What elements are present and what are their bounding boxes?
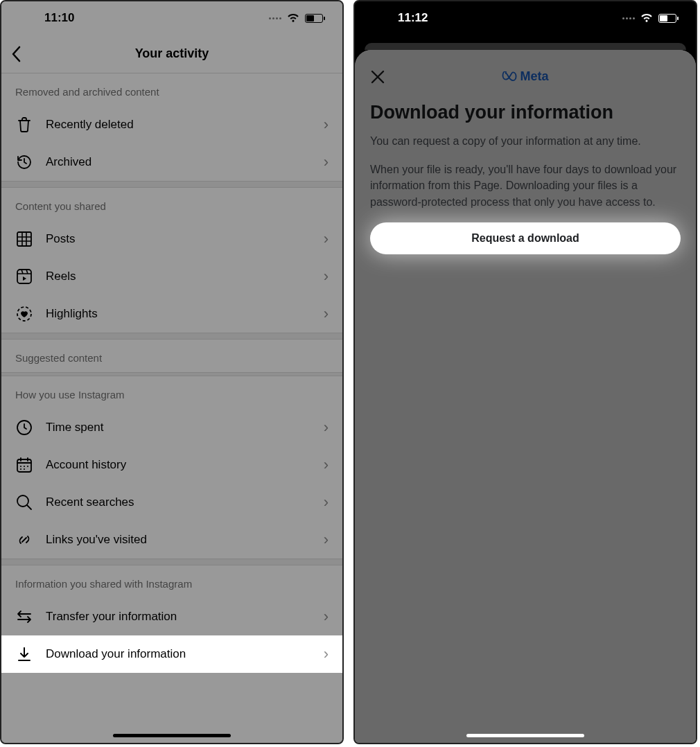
row-label: Download your information xyxy=(46,647,311,661)
download-icon xyxy=(15,645,33,663)
row-reels[interactable]: Reels › xyxy=(1,258,342,295)
svg-point-5 xyxy=(20,466,21,467)
wifi-icon xyxy=(640,13,653,23)
section-suggested-header: Suggested content xyxy=(1,340,342,372)
link-icon xyxy=(15,531,33,549)
svg-rect-1 xyxy=(17,270,31,283)
section-divider xyxy=(1,559,342,565)
home-indicator[interactable] xyxy=(113,734,231,737)
row-label: Highlights xyxy=(46,307,311,321)
svg-point-9 xyxy=(24,468,25,470)
svg-point-7 xyxy=(27,466,28,467)
section-content-shared-header: Content you shared xyxy=(1,188,342,220)
meta-infinity-icon xyxy=(502,71,517,82)
row-account-history[interactable]: Account history › xyxy=(1,446,342,484)
meta-logo-text: Meta xyxy=(520,69,548,84)
back-button[interactable] xyxy=(11,46,21,62)
section-how-use-header: How you use Instagram xyxy=(1,376,342,409)
wifi-icon xyxy=(287,13,299,23)
button-label: Request a download xyxy=(471,232,579,245)
screenshot-your-activity: 11:10 Your activity Removed and archived… xyxy=(0,0,344,744)
search-icon xyxy=(15,493,33,511)
sheet-paragraph-2: When your file is ready, you'll have fou… xyxy=(370,161,681,210)
section-divider xyxy=(1,333,342,340)
cellular-dots-icon xyxy=(269,17,281,19)
page-title: Your activity xyxy=(135,46,209,61)
status-right xyxy=(622,13,676,23)
status-right xyxy=(269,13,323,23)
chevron-right-icon: › xyxy=(324,230,329,248)
sheet-title: Download your information xyxy=(370,102,681,123)
chevron-right-icon: › xyxy=(324,305,329,323)
row-label: Links you've visited xyxy=(46,533,311,547)
chevron-right-icon: › xyxy=(324,116,329,134)
grid-icon xyxy=(15,230,33,248)
chevron-right-icon: › xyxy=(324,267,329,285)
row-posts[interactable]: Posts › xyxy=(1,220,342,258)
section-removed-header: Removed and archived content xyxy=(1,73,342,106)
screenshot-download-info: 11:12 Meta Download your information You… xyxy=(353,0,697,744)
section-info-shared-header: Information you shared with Instagram xyxy=(1,565,342,598)
row-links-visited[interactable]: Links you've visited › xyxy=(1,521,342,559)
status-time: 11:10 xyxy=(44,11,74,25)
battery-icon xyxy=(658,14,676,23)
chevron-left-icon xyxy=(11,46,21,62)
download-sheet: Meta Download your information You can r… xyxy=(355,50,696,743)
section-divider xyxy=(1,181,342,188)
svg-point-8 xyxy=(20,468,21,470)
clock-icon xyxy=(15,419,33,437)
status-bar: 11:10 xyxy=(1,1,342,35)
close-button[interactable] xyxy=(370,69,385,85)
battery-icon xyxy=(305,14,323,23)
row-archived[interactable]: Archived › xyxy=(1,143,342,181)
status-bar: 11:12 xyxy=(355,1,696,35)
row-label: Recent searches xyxy=(46,495,311,509)
chevron-right-icon: › xyxy=(324,153,329,171)
trash-icon xyxy=(15,116,33,134)
svg-rect-0 xyxy=(17,232,31,246)
row-label: Time spent xyxy=(46,421,311,434)
sheet-paragraph-1: You can request a copy of your informati… xyxy=(370,133,681,149)
sheet-background-peek xyxy=(365,43,686,50)
close-icon xyxy=(370,69,385,85)
row-transfer-info[interactable]: Transfer your information › xyxy=(1,598,342,635)
row-recent-searches[interactable]: Recent searches › xyxy=(1,484,342,521)
nav-header: Your activity xyxy=(1,35,342,73)
sheet-header: Meta xyxy=(370,69,681,84)
row-download-info[interactable]: Download your information › xyxy=(1,635,342,673)
row-label: Account history xyxy=(46,458,311,472)
chevron-right-icon: › xyxy=(324,456,329,474)
row-recently-deleted[interactable]: Recently deleted › xyxy=(1,106,342,143)
highlights-icon xyxy=(15,305,33,323)
chevron-right-icon: › xyxy=(324,531,329,549)
history-icon xyxy=(15,153,33,171)
calendar-icon xyxy=(15,456,33,474)
svg-point-6 xyxy=(24,466,25,467)
row-highlights[interactable]: Highlights › xyxy=(1,295,342,333)
row-time-spent[interactable]: Time spent › xyxy=(1,409,342,446)
chevron-right-icon: › xyxy=(324,493,329,511)
row-label: Recently deleted xyxy=(46,118,311,132)
reels-icon xyxy=(15,267,33,285)
chevron-right-icon: › xyxy=(324,419,329,437)
chevron-right-icon: › xyxy=(324,608,329,626)
cellular-dots-icon xyxy=(622,17,635,19)
request-download-button[interactable]: Request a download xyxy=(370,222,681,254)
meta-logo: Meta xyxy=(502,69,548,84)
home-indicator[interactable] xyxy=(466,734,584,737)
row-label: Transfer your information xyxy=(46,610,311,624)
status-time: 11:12 xyxy=(398,11,428,25)
row-label: Reels xyxy=(46,270,311,283)
transfer-icon xyxy=(15,608,33,626)
row-label: Posts xyxy=(46,232,311,246)
chevron-right-icon: › xyxy=(324,645,329,663)
row-label: Archived xyxy=(46,155,311,169)
